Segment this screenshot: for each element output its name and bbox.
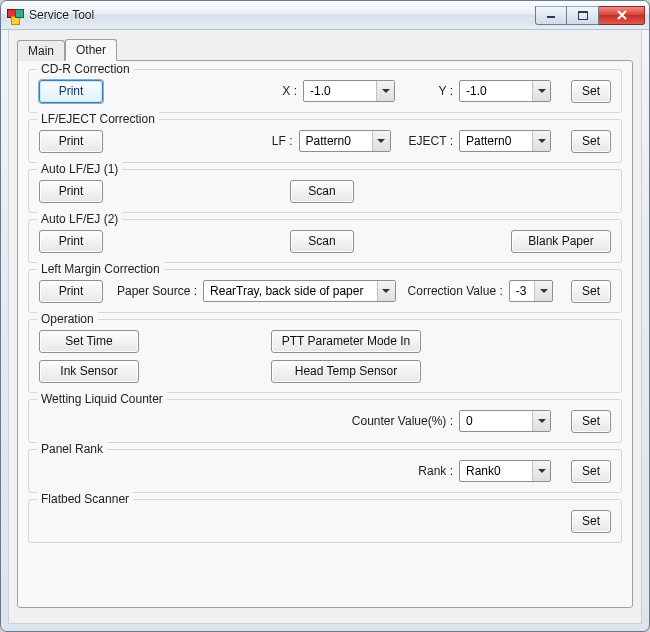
group-operation: Operation Set Time PTT Parameter Mode In… bbox=[28, 319, 622, 393]
maximize-button[interactable] bbox=[567, 6, 599, 25]
print-button-lfej[interactable]: Print bbox=[39, 130, 103, 153]
select-correction-value-value: -3 bbox=[516, 284, 535, 298]
chevron-down-icon bbox=[532, 411, 550, 431]
select-paper-source-value: RearTray, back side of paper bbox=[210, 284, 377, 298]
select-y[interactable]: -1.0 bbox=[459, 80, 551, 102]
chevron-down-icon bbox=[532, 461, 550, 481]
set-button-flat[interactable]: Set bbox=[571, 510, 611, 533]
legend-rank: Panel Rank bbox=[37, 442, 107, 456]
chevron-down-icon bbox=[532, 81, 550, 101]
legend-flat: Flatbed Scanner bbox=[37, 492, 133, 506]
set-button-wet[interactable]: Set bbox=[571, 410, 611, 433]
scan-button-auto1[interactable]: Scan bbox=[290, 180, 354, 203]
svg-rect-2 bbox=[578, 11, 588, 13]
legend-wet: Wetting Liquid Counter bbox=[37, 392, 167, 406]
group-left-margin-correction: Left Margin Correction Print Paper Sourc… bbox=[28, 269, 622, 313]
select-y-value: -1.0 bbox=[466, 84, 532, 98]
client-area: Main Other CD-R Correction Print X : -1.… bbox=[8, 30, 642, 624]
group-auto-lfej-2: Auto LF/EJ (2) Print Scan Blank Paper bbox=[28, 219, 622, 263]
label-x: X : bbox=[267, 84, 297, 98]
legend-lm: Left Margin Correction bbox=[37, 262, 164, 276]
group-lf-eject-correction: LF/EJECT Correction Print LF : Pattern0 … bbox=[28, 119, 622, 163]
label-y: Y : bbox=[413, 84, 453, 98]
tab-main[interactable]: Main bbox=[17, 40, 65, 61]
select-x-value: -1.0 bbox=[310, 84, 376, 98]
window-title: Service Tool bbox=[29, 8, 535, 22]
set-button-cdr[interactable]: Set bbox=[571, 80, 611, 103]
print-button-auto2[interactable]: Print bbox=[39, 230, 103, 253]
print-button-lm[interactable]: Print bbox=[39, 280, 103, 303]
group-cdr-correction: CD-R Correction Print X : -1.0 Y : -1.0 bbox=[28, 69, 622, 113]
group-panel-rank: Panel Rank Rank : Rank0 Set bbox=[28, 449, 622, 493]
select-eject[interactable]: Pattern0 bbox=[459, 130, 551, 152]
scan-button-auto2[interactable]: Scan bbox=[290, 230, 354, 253]
group-auto-lfej-1: Auto LF/EJ (1) Print Scan bbox=[28, 169, 622, 213]
select-rank-value: Rank0 bbox=[466, 464, 532, 478]
select-correction-value[interactable]: -3 bbox=[509, 280, 554, 302]
set-button-lm[interactable]: Set bbox=[571, 280, 611, 303]
window-buttons bbox=[535, 6, 645, 25]
select-lf[interactable]: Pattern0 bbox=[299, 130, 391, 152]
chevron-down-icon bbox=[377, 281, 395, 301]
titlebar: Service Tool bbox=[1, 1, 649, 30]
print-button-auto1[interactable]: Print bbox=[39, 180, 103, 203]
minimize-icon bbox=[546, 11, 556, 19]
maximize-icon bbox=[578, 11, 588, 20]
select-x[interactable]: -1.0 bbox=[303, 80, 395, 102]
legend-cdr: CD-R Correction bbox=[37, 62, 134, 76]
ink-sensor-button[interactable]: Ink Sensor bbox=[39, 360, 139, 383]
print-button-cdr[interactable]: Print bbox=[39, 80, 103, 103]
label-rank: Rank : bbox=[418, 464, 453, 478]
close-icon bbox=[616, 10, 628, 20]
set-button-rank[interactable]: Set bbox=[571, 460, 611, 483]
head-temp-sensor-button[interactable]: Head Temp Sensor bbox=[271, 360, 421, 383]
close-button[interactable] bbox=[599, 6, 645, 25]
chevron-down-icon bbox=[372, 131, 390, 151]
chevron-down-icon bbox=[534, 281, 552, 301]
set-time-button[interactable]: Set Time bbox=[39, 330, 139, 353]
legend-lfej: LF/EJECT Correction bbox=[37, 112, 159, 126]
minimize-button[interactable] bbox=[535, 6, 567, 25]
label-paper-source: Paper Source : bbox=[117, 284, 197, 298]
group-wetting-liquid-counter: Wetting Liquid Counter Counter Value(%) … bbox=[28, 399, 622, 443]
app-icon bbox=[7, 7, 23, 23]
label-correction-value: Correction Value : bbox=[408, 284, 503, 298]
tabstrip: Main Other bbox=[17, 38, 633, 60]
select-counter-value[interactable]: 0 bbox=[459, 410, 551, 432]
label-lf: LF : bbox=[263, 134, 293, 148]
chevron-down-icon bbox=[376, 81, 394, 101]
label-eject: EJECT : bbox=[409, 134, 453, 148]
blank-paper-button[interactable]: Blank Paper bbox=[511, 230, 611, 253]
tab-other[interactable]: Other bbox=[65, 39, 117, 61]
select-eject-value: Pattern0 bbox=[466, 134, 532, 148]
tabpanel-other: CD-R Correction Print X : -1.0 Y : -1.0 bbox=[17, 60, 633, 608]
select-rank[interactable]: Rank0 bbox=[459, 460, 551, 482]
legend-auto1: Auto LF/EJ (1) bbox=[37, 162, 122, 176]
legend-op: Operation bbox=[37, 312, 98, 326]
label-counter-value: Counter Value(%) : bbox=[352, 414, 453, 428]
group-flatbed-scanner: Flatbed Scanner Set bbox=[28, 499, 622, 543]
legend-auto2: Auto LF/EJ (2) bbox=[37, 212, 122, 226]
ptt-parameter-mode-button[interactable]: PTT Parameter Mode In bbox=[271, 330, 421, 353]
svg-rect-0 bbox=[547, 16, 555, 18]
window: Service Tool Main Other CD-R Correction … bbox=[0, 0, 650, 632]
select-paper-source[interactable]: RearTray, back side of paper bbox=[203, 280, 396, 302]
select-lf-value: Pattern0 bbox=[306, 134, 372, 148]
chevron-down-icon bbox=[532, 131, 550, 151]
set-button-lfej[interactable]: Set bbox=[571, 130, 611, 153]
select-counter-value-value: 0 bbox=[466, 414, 532, 428]
